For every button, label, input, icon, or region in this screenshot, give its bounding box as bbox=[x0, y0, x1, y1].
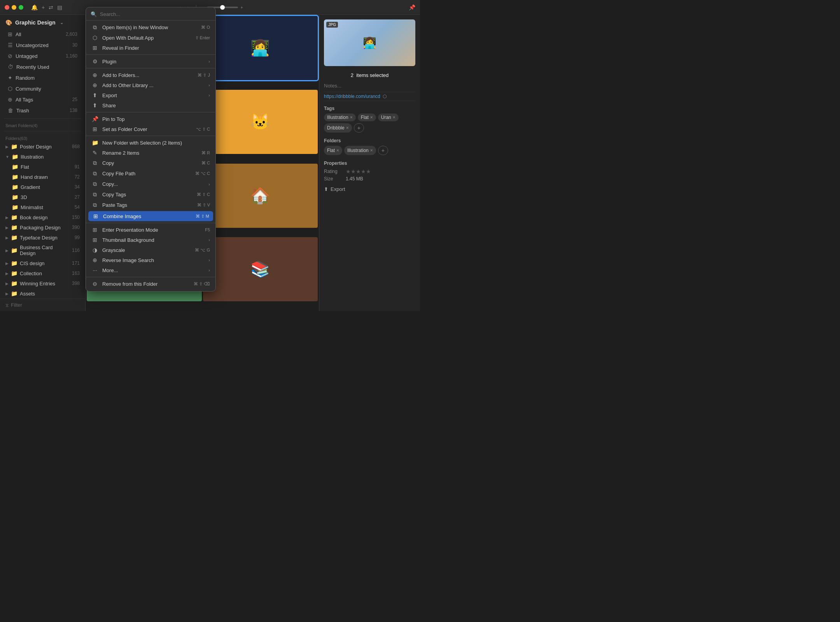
folder-minimalist[interactable]: 📁 Minimalist 54 bbox=[0, 203, 85, 212]
folder-count: 171 bbox=[72, 260, 80, 266]
pin-icon[interactable]: 📌 bbox=[409, 4, 415, 10]
sidebar-item-uncategorized[interactable]: ☰ Uncategorized 30 bbox=[2, 40, 83, 50]
ctx-item-copy-tags[interactable]: ⧉Copy Tags⌘ ⇧ C bbox=[86, 189, 215, 200]
tag-remove-dribbble[interactable]: × bbox=[346, 125, 349, 131]
folder-tag-remove-flat[interactable]: × bbox=[336, 148, 339, 153]
zoom-plus[interactable]: + bbox=[240, 5, 243, 10]
grid-item-1[interactable]: 👩‍💻 bbox=[203, 16, 318, 80]
ctx-item-copy-ellipsis[interactable]: ⧉Copy...› bbox=[86, 179, 215, 189]
minimize-button[interactable] bbox=[12, 5, 16, 10]
url-text[interactable]: https://dribbble.com/urancd bbox=[324, 94, 380, 99]
context-search-input[interactable] bbox=[100, 15, 211, 17]
ctx-item-remove-from-folder[interactable]: ⊖Remove from this Folder⌘ ⇧ ⌫ bbox=[86, 279, 215, 289]
tag-remove-flat[interactable]: × bbox=[370, 115, 373, 120]
folder-illustration[interactable]: ▼ 📁 Illustration bbox=[0, 152, 85, 161]
add-tag-button[interactable]: + bbox=[354, 123, 364, 133]
ctx-label-paste-tags: Paste Tags bbox=[102, 202, 193, 208]
tag-flat: Flat × bbox=[358, 114, 376, 121]
folder-hand-drawn[interactable]: 📁 Hand drawn 72 bbox=[0, 172, 85, 182]
ctx-label-open-new-window: Open Item(s) in New Window bbox=[102, 24, 197, 30]
sidebar-icon[interactable]: ▤ bbox=[57, 4, 62, 10]
folder-book-design[interactable]: ▶ 📁 Book design 150 bbox=[0, 213, 85, 222]
all-label: All bbox=[16, 31, 63, 37]
sidebar-item-community[interactable]: ⬡ Community bbox=[2, 84, 83, 94]
folder-tag-remove-illustration[interactable]: × bbox=[370, 148, 373, 153]
tag-remove-uran[interactable]: × bbox=[393, 115, 396, 120]
add-folder-tag-button[interactable]: + bbox=[378, 146, 388, 155]
ctx-item-add-to-folders[interactable]: ⊕Add to Folders...⌘ ⇧ J bbox=[86, 70, 215, 80]
ctx-item-reverse-image-search[interactable]: ⊕Reverse Image Search› bbox=[86, 255, 215, 265]
tag-remove-illustration[interactable]: × bbox=[350, 115, 353, 120]
url-row: https://dribbble.com/urancd ⬡ bbox=[324, 92, 415, 101]
ctx-item-enter-presentation[interactable]: ⊞Enter Presentation ModeF5 bbox=[86, 225, 215, 235]
ctx-item-plugin[interactable]: ⚙Plugin› bbox=[86, 56, 215, 66]
ctx-item-share[interactable]: ⬆Share bbox=[86, 100, 215, 110]
ctx-item-more[interactable]: ···More...› bbox=[86, 265, 215, 275]
grid-item-5[interactable]: 🏠 bbox=[203, 164, 318, 228]
size-row: Size 1.45 MB bbox=[324, 176, 415, 182]
ctx-item-copy[interactable]: ⧉Copy⌘ C bbox=[86, 158, 215, 168]
folder-cis-design[interactable]: ▶ 📁 CIS design 171 bbox=[0, 259, 85, 268]
export-icon: ⬆ bbox=[324, 186, 328, 192]
ctx-item-reveal-in-finder[interactable]: ⊞Reveal in Finder bbox=[86, 43, 215, 53]
ctx-icon-combine-images: ⊞ bbox=[92, 213, 99, 219]
ctx-item-open-new-window[interactable]: ⧉Open Item(s) in New Window⌘ O bbox=[86, 22, 215, 33]
maximize-button[interactable] bbox=[19, 5, 23, 10]
folder-flat[interactable]: 📁 Flat 91 bbox=[0, 162, 85, 171]
folder-icon: 📁 bbox=[12, 184, 18, 190]
folder-3d[interactable]: 📁 3D 27 bbox=[0, 192, 85, 202]
ctx-item-set-folder-cover[interactable]: ⊞Set as Folder Cover⌥ ⇧ C bbox=[86, 124, 215, 134]
ctx-item-thumbnail-background[interactable]: ⊞Thumbnail Background› bbox=[86, 235, 215, 245]
ctx-label-copy-file-path: Copy File Path bbox=[102, 171, 191, 176]
sidebar-item-recently-used[interactable]: ⏱ Recently Used bbox=[2, 62, 83, 72]
rating-stars[interactable]: ★★★★★ bbox=[346, 168, 371, 175]
folder-icon: 📁 bbox=[11, 290, 18, 297]
ctx-item-grayscale[interactable]: ◑Grayscale⌘ ⌥ G bbox=[86, 245, 215, 255]
add-icon[interactable]: + bbox=[42, 4, 45, 10]
folder-label: Poster Design bbox=[20, 144, 70, 150]
folder-winning-entries[interactable]: ▶ 📁 Winning Entries 398 bbox=[0, 279, 85, 288]
ctx-icon-pin-to-top: 📌 bbox=[91, 116, 98, 122]
folder-typeface-design[interactable]: ▶ 📁 Typeface Design 99 bbox=[0, 233, 85, 242]
ctx-item-open-default-app[interactable]: ⬡Open With Default App⇧ Enter bbox=[86, 33, 215, 43]
recently-used-icon: ⏱ bbox=[8, 64, 13, 70]
sync-icon[interactable]: ⇄ bbox=[49, 4, 53, 10]
sidebar-item-trash[interactable]: 🗑 Trash 138 bbox=[2, 105, 83, 115]
jpg-label: JPG bbox=[326, 22, 338, 28]
ctx-item-copy-file-path[interactable]: ⧉Copy File Path⌘ ⌥ C bbox=[86, 168, 215, 179]
sidebar-item-all[interactable]: ⊞ All 2,603 bbox=[2, 29, 83, 39]
ctx-item-rename-items[interactable]: ✎Rename 2 Items⌘ R bbox=[86, 148, 215, 158]
ctx-item-pin-to-top[interactable]: 📌Pin to Top bbox=[86, 114, 215, 124]
notes-input[interactable] bbox=[324, 81, 415, 90]
ctx-item-paste-tags[interactable]: ⧉Paste Tags⌘ ⇧ V bbox=[86, 200, 215, 210]
folder-assets[interactable]: ▶ 📁 Assets bbox=[0, 289, 85, 298]
sidebar-item-all-tags[interactable]: ⊕ All Tags 25 bbox=[2, 94, 83, 105]
ctx-item-new-folder-selection[interactable]: 📁New Folder with Selection (2 Items) bbox=[86, 138, 215, 148]
ctx-shortcut-copy: ⌘ C bbox=[201, 161, 210, 166]
grid-item-3[interactable]: 🐱 bbox=[203, 90, 318, 154]
folder-gradient[interactable]: 📁 Gradient 34 bbox=[0, 182, 85, 192]
untagged-count: 1,160 bbox=[66, 53, 77, 59]
ctx-arrow-plugin: › bbox=[208, 59, 210, 64]
close-button[interactable] bbox=[5, 5, 9, 10]
sidebar-item-untagged[interactable]: ⊘ Untagged 1,160 bbox=[2, 51, 83, 61]
ctx-item-combine-images[interactable]: ⊞Combine Images⌘ ⇧ M bbox=[88, 211, 213, 221]
folder-collection[interactable]: ▶ 📁 Collection 163 bbox=[0, 269, 85, 278]
ctx-icon-share: ⬆ bbox=[91, 102, 98, 108]
ctx-label-combine-images: Combine Images bbox=[103, 213, 192, 219]
community-label: Community bbox=[16, 86, 77, 92]
export-button[interactable]: ⬆ Export bbox=[324, 185, 415, 194]
folders-label: Folders(63) bbox=[0, 134, 85, 142]
ctx-item-add-to-other-library[interactable]: ⊕Add to Other Library ...› bbox=[86, 80, 215, 90]
filter-icon: ⧖ bbox=[5, 302, 9, 308]
folder-packaging-design[interactable]: ▶ 📁 Packaging Design 390 bbox=[0, 223, 85, 232]
folder-poster-design[interactable]: ▶ 📁 Poster Design 868 bbox=[0, 142, 85, 151]
ctx-icon-open-default-app: ⬡ bbox=[91, 35, 98, 41]
context-menu[interactable]: 🔍 ⧉Open Item(s) in New Window⌘ O⬡Open Wi… bbox=[86, 15, 216, 292]
ctx-icon-plugin: ⚙ bbox=[91, 58, 98, 65]
ctx-item-export[interactable]: ⬆Export› bbox=[86, 90, 215, 100]
folder-business-card-design[interactable]: ▶ 📁 Business Card Design 116 bbox=[0, 243, 85, 258]
grid-item-7[interactable]: 📚 bbox=[203, 237, 318, 301]
sidebar-item-random[interactable]: ✦ Random bbox=[2, 73, 83, 83]
bell-icon[interactable]: 🔔 bbox=[31, 4, 38, 10]
